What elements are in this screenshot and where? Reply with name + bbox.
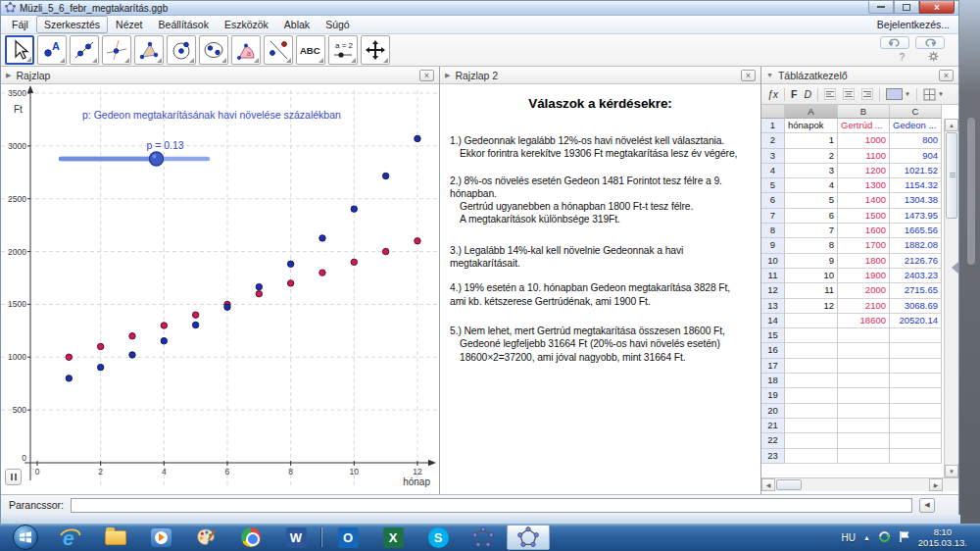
slider-p[interactable]: p = 0.13 (61, 139, 208, 166)
cell-C22[interactable] (890, 433, 942, 448)
row-header-3[interactable]: 3 (761, 149, 785, 164)
cell-color-button[interactable]: ▼ (885, 88, 911, 100)
column-header-B[interactable]: B (838, 105, 890, 119)
scroll-right-icon[interactable]: ▶ (929, 478, 943, 491)
undo-button[interactable] (880, 36, 909, 49)
scatter-point-gedeon[interactable] (415, 135, 420, 141)
command-input[interactable] (71, 498, 912, 513)
menu-item-nézet[interactable]: Nézet (108, 16, 150, 33)
scatter-point-gedeon[interactable] (319, 235, 325, 241)
redo-button[interactable] (915, 36, 945, 49)
scatter-point-gertrúd[interactable] (192, 312, 198, 318)
cell-A1[interactable]: hónapok (785, 119, 838, 133)
close-panel-icon[interactable]: × (419, 70, 434, 81)
scatter-point-gertrúd[interactable] (161, 323, 167, 328)
cell-B8[interactable]: 1600 (838, 224, 890, 238)
row-header-20[interactable]: 20 (761, 404, 785, 419)
cell-C7[interactable]: 1473.95 (890, 209, 942, 224)
vscroll-thumb[interactable] (946, 132, 957, 219)
cell-A7[interactable]: 6 (785, 209, 838, 224)
scatter-point-gertrúd[interactable] (97, 343, 103, 349)
cell-A21[interactable] (785, 419, 838, 433)
cell-B9[interactable]: 1700 (838, 238, 890, 253)
cell-C21[interactable] (890, 419, 942, 433)
column-header-C[interactable]: C (890, 105, 942, 119)
row-header-7[interactable]: 7 (761, 209, 785, 224)
row-header-19[interactable]: 19 (761, 388, 785, 403)
scatter-point-gertrúd[interactable] (256, 290, 262, 296)
row-header-5[interactable]: 5 (761, 178, 785, 193)
borders-button[interactable]: ▼ (922, 88, 945, 101)
cell-B10[interactable]: 1800 (838, 254, 890, 269)
cell-C2[interactable]: 800 (890, 133, 942, 148)
taskbar-skype-icon[interactable]: S (416, 525, 460, 550)
taskbar-geogebra-active-icon[interactable] (507, 525, 550, 550)
cell-C8[interactable]: 1665.56 (890, 224, 942, 238)
row-header-18[interactable]: 18 (761, 374, 785, 388)
row-header-11[interactable]: 11 (761, 269, 785, 283)
clock[interactable]: 8:10 2015.03.13. (918, 526, 967, 548)
cell-A19[interactable] (785, 388, 838, 403)
cell-B15[interactable] (838, 328, 890, 343)
cell-B11[interactable]: 1900 (838, 269, 890, 283)
scatter-point-gertrúd[interactable] (319, 270, 325, 276)
cell-A13[interactable]: 12 (785, 299, 838, 314)
close-button[interactable]: × (919, 1, 955, 14)
scatter-point-gertrúd[interactable] (66, 354, 72, 360)
move-tool[interactable] (5, 35, 34, 65)
polygon-tool[interactable] (134, 35, 164, 65)
menu-item-beállítások[interactable]: Beállítások (151, 16, 217, 33)
angle-tool[interactable]: a (231, 35, 261, 65)
taskbar-windows-start-icon[interactable] (4, 525, 47, 550)
slider-tool[interactable]: a = 2 (328, 35, 358, 65)
cell-C4[interactable]: 1021.52 (890, 164, 942, 178)
taskbar-outlook-icon[interactable]: O (326, 525, 369, 550)
cell-B3[interactable]: 1100 (838, 149, 890, 164)
row-header-13[interactable]: 13 (761, 299, 785, 314)
cell-B6[interactable]: 1400 (838, 193, 890, 208)
cell-A22[interactable] (785, 433, 838, 448)
row-header-10[interactable]: 10 (761, 254, 785, 269)
taskbar-windows-explorer-icon[interactable] (94, 525, 137, 550)
cell-B21[interactable] (838, 419, 890, 433)
maximize-button[interactable] (894, 1, 919, 14)
cell-C5[interactable]: 1154.32 (890, 178, 942, 193)
taskbar-paint-icon[interactable] (184, 525, 227, 550)
line-tool[interactable] (70, 35, 99, 65)
menu-item-súgó[interactable]: Súgó (318, 16, 358, 33)
cell-C3[interactable]: 904 (890, 149, 942, 164)
scatter-point-gertrúd[interactable] (287, 280, 293, 286)
cell-C11[interactable]: 2403.23 (890, 269, 942, 283)
panel-collapse-icon[interactable]: ▼ (766, 72, 773, 78)
cell-B12[interactable]: 2000 (838, 283, 890, 298)
taskbar-excel-icon[interactable]: X (371, 525, 415, 550)
conic-tool[interactable] (199, 35, 228, 65)
function-fx-button[interactable]: ƒx (766, 88, 779, 100)
move-graphics-view-tool[interactable] (361, 35, 390, 65)
cell-A2[interactable]: 1 (785, 133, 838, 148)
cell-A17[interactable] (785, 359, 838, 374)
cell-B22[interactable] (838, 433, 890, 448)
row-header-4[interactable]: 4 (761, 164, 785, 178)
row-header-6[interactable]: 6 (761, 193, 785, 208)
scatter-point-gedeon[interactable] (351, 206, 357, 212)
cell-C1[interactable]: Gedeon ... (890, 119, 942, 133)
scatter-point-gedeon[interactable] (224, 304, 230, 310)
row-header-9[interactable]: 9 (761, 238, 785, 253)
spreadsheet-vscrollbar[interactable]: ▲ ▼ (944, 119, 958, 477)
menu-item-fájl[interactable]: Fájl (4, 16, 36, 33)
action-center-flag-icon[interactable] (899, 530, 910, 545)
circle-tool[interactable] (167, 35, 196, 65)
taskbar-internet-explorer-icon[interactable]: e (49, 525, 92, 550)
cell-A14[interactable] (785, 314, 838, 328)
row-header-1[interactable]: 1 (761, 119, 785, 133)
row-header-2[interactable]: 2 (761, 133, 785, 148)
row-header-14[interactable]: 14 (761, 314, 785, 328)
cell-A4[interactable]: 3 (785, 164, 838, 178)
menu-item-eszközök[interactable]: Eszközök (217, 16, 276, 33)
cell-A16[interactable] (785, 343, 838, 358)
cell-C19[interactable] (890, 388, 942, 403)
cell-A9[interactable]: 8 (785, 238, 838, 253)
cell-A23[interactable] (785, 449, 838, 464)
cell-C14[interactable]: 20520.14 (890, 314, 942, 328)
